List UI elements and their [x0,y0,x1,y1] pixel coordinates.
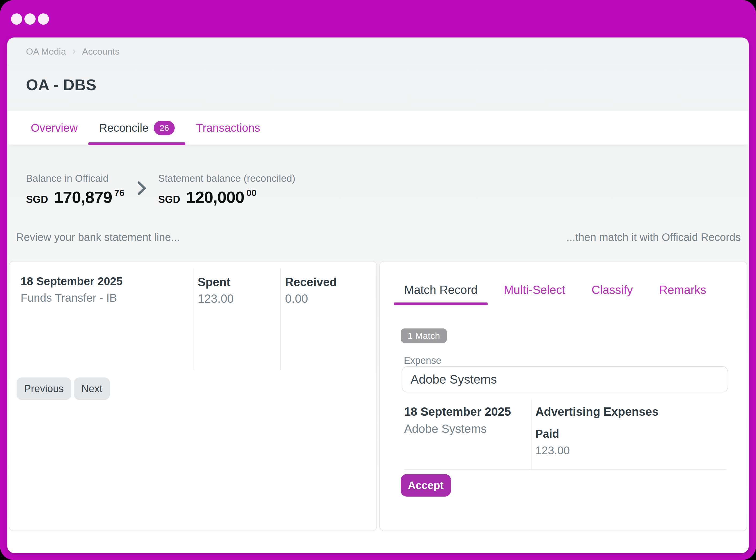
balance-summary: Balance in Officaid SGD 170,879 76 State… [26,173,295,207]
tab-overview[interactable]: Overview [20,111,89,144]
currency-code: SGD [26,194,48,205]
page-title: OA - DBS [26,76,730,94]
tab-multi-select[interactable]: Multi-Select [493,262,576,305]
breadcrumb-item-accounts[interactable]: Accounts [82,46,119,57]
matched-record-amount: 123.00 [536,444,726,457]
reconcile-count-badge: 26 [154,121,175,135]
matched-record-date: 18 September 2025 [404,405,531,418]
window-control-dot-icon[interactable] [11,13,22,25]
tab-match-record-label: Match Record [404,283,478,297]
balance-cents: 00 [247,188,257,198]
statement-pagination: Previous Next [17,377,110,400]
title-bar: OA - DBS [7,66,749,94]
match-card-tabs: Match Record Multi-Select Classify Remar… [394,262,717,305]
officaid-balance-amount: SGD 170,879 76 [26,188,124,207]
reconcile-workspace: 18 September 2025 Funds Transfer - IB Sp… [9,261,747,531]
spent-header: Spent [198,276,280,289]
window-control-dot-icon[interactable] [38,13,49,25]
statement-description: Funds Transfer - IB [21,292,193,304]
matched-record-status: Paid [536,427,726,440]
tab-reconcile-label: Reconcile [99,122,149,134]
next-button[interactable]: Next [74,377,110,400]
matched-record-row[interactable]: 18 September 2025 Adobe Systems Advertis… [404,400,726,470]
accept-button[interactable]: Accept [401,474,451,497]
balance-value: 170,879 [54,188,112,207]
matched-record-account: Advertising Expenses [536,405,726,418]
match-hint: ...then match it with Officaid Records [566,231,741,244]
spent-column: Spent 123.00 [193,268,281,370]
balance-cents: 76 [114,188,124,198]
breadcrumb: OA Media › Accounts [7,38,749,66]
matched-record-account-block: Advertising Expenses Paid 123.00 [531,400,726,469]
statement-hint: Review your bank statement line... [16,231,180,244]
match-card: Match Record Multi-Select Classify Remar… [379,261,748,531]
received-header: Received [285,276,376,289]
breadcrumb-item-company[interactable]: OA Media [26,46,66,57]
tab-remarks-label: Remarks [659,283,706,297]
received-column: Received 0.00 [281,268,376,370]
tab-classify[interactable]: Classify [581,262,643,305]
tab-remarks[interactable]: Remarks [649,262,716,305]
balance-value: 120,000 [186,188,244,207]
bank-statement-card: 18 September 2025 Funds Transfer - IB Sp… [9,261,377,531]
tab-match-record[interactable]: Match Record [394,262,488,305]
chevron-right-icon [137,181,147,196]
active-tab-underline [89,142,186,145]
spent-value: 123.00 [198,292,280,305]
officaid-balance: Balance in Officaid SGD 170,879 76 [26,173,124,207]
tab-transactions[interactable]: Transactions [186,111,271,144]
statement-balance-label: Statement balance (reconciled) [158,173,295,184]
window-control-dot-icon[interactable] [24,13,36,25]
statement-balance-amount: SGD 120,000 00 [158,188,295,207]
statement-balance: Statement balance (reconciled) SGD 120,0… [158,173,295,207]
statement-date: 18 September 2025 [21,275,193,288]
account-tabs: Overview Reconcile 26 Transactions [7,111,749,145]
breadcrumb-separator-icon: › [72,45,76,57]
tab-overview-label: Overview [31,122,78,134]
received-value: 0.00 [285,292,376,305]
tab-transactions-label: Transactions [196,122,260,134]
matched-record-details: 18 September 2025 Adobe Systems [404,400,531,469]
previous-button[interactable]: Previous [17,377,71,400]
statement-line-details: 18 September 2025 Funds Transfer - IB [9,268,193,370]
tab-reconcile[interactable]: Reconcile 26 [89,111,186,144]
tab-classify-label: Classify [592,283,633,297]
main-panel: OA Media › Accounts OA - DBS Overview Re… [7,38,749,553]
window-controls [11,13,49,25]
currency-code: SGD [158,194,180,205]
statement-line: 18 September 2025 Funds Transfer - IB Sp… [9,268,376,370]
app-window: OA Media › Accounts OA - DBS Overview Re… [0,0,756,560]
active-tab-underline [394,302,488,305]
expense-input[interactable] [402,366,728,393]
match-count-badge: 1 Match [401,328,447,343]
hint-row: Review your bank statement line... ...th… [16,231,741,244]
tab-multi-select-label: Multi-Select [504,283,565,297]
matched-record-payee: Adobe Systems [404,422,531,436]
expense-field-label: Expense [404,355,442,366]
officaid-balance-label: Balance in Officaid [26,173,124,184]
